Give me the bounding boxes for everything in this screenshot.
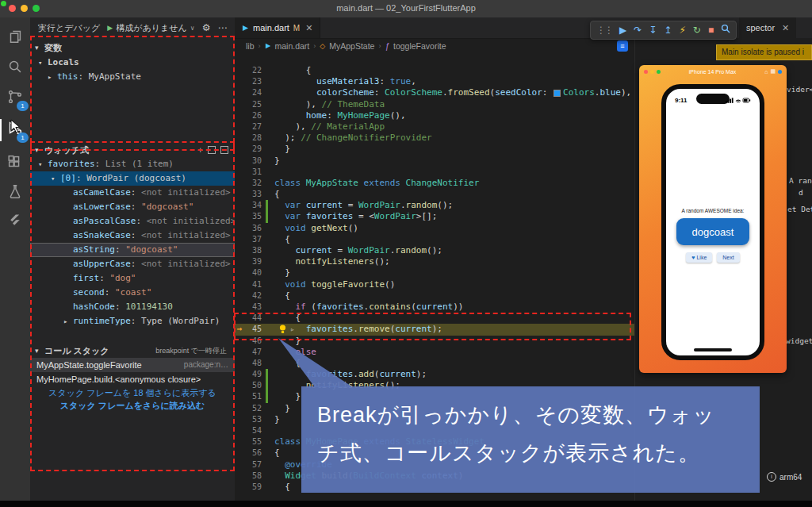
sidebar-item-search[interactable]	[0, 56, 30, 81]
step-out-icon[interactable]: ↥	[664, 21, 672, 39]
code-line-25[interactable]: 25 ), // ThemeData	[235, 99, 634, 110]
watch-item-runtimeType[interactable]: ▸runtimeType: Type (WordPair)	[30, 314, 235, 328]
close-tab-icon[interactable]: ✕	[782, 23, 789, 33]
widget-inspector-icon[interactable]	[721, 21, 730, 39]
tab-widget-inspector[interactable]: spector ✕	[739, 17, 796, 38]
callstack-section-header[interactable]: ▾ コール スタック breakpoint で一時停止	[30, 344, 235, 358]
maximize-window-button[interactable]	[657, 70, 661, 74]
like-button[interactable]: ♥Like	[686, 252, 712, 263]
code-line-29[interactable]: 29 }	[235, 144, 634, 155]
tab-main-dart[interactable]: main.dart M ✕	[235, 17, 320, 38]
step-over-icon[interactable]: ↷	[634, 21, 642, 39]
code-token: ();	[374, 256, 390, 267]
continue-icon[interactable]: ▶	[619, 21, 626, 39]
sidebar-item-source-control[interactable]: 1	[0, 86, 30, 111]
code-line-37[interactable]: 37 {	[235, 234, 634, 245]
code-line-49[interactable]: 49 favorites.add(current);	[235, 369, 634, 380]
variables-section-header[interactable]: ▾ 変数	[30, 40, 235, 55]
code-line-38[interactable]: 38 current = WordPair.random();	[235, 245, 634, 256]
code-line-31[interactable]: 31	[235, 167, 634, 178]
code-token: {	[274, 447, 280, 458]
code-line-34[interactable]: 34 var current = WordPair.random();	[235, 200, 634, 211]
code-line-40[interactable]: 40 }	[235, 267, 634, 278]
add-watch-icon[interactable]: +	[198, 145, 203, 155]
watch-item-second[interactable]: second: "coast"	[30, 286, 235, 300]
code-line-35[interactable]: 35 var favorites = <WordPair>[];	[235, 211, 634, 222]
code-line-22[interactable]: 22 {	[235, 65, 634, 76]
close-tab-icon[interactable]: ✕	[305, 23, 312, 33]
watch-item-asUpperCase[interactable]: asUpperCase: <not initialized>	[30, 257, 235, 271]
watch-item-asCamelCase[interactable]: asCamelCase: <not initialized>	[30, 186, 235, 200]
code-text: notifyListeners();	[274, 256, 390, 267]
drag-handle-icon[interactable]: ⋮⋮	[596, 21, 612, 39]
watch-item-favorites[interactable]: ▾favorites: List (1 item)	[30, 157, 235, 171]
watch-section-header[interactable]: ▾ ウォッチ式 +	[30, 143, 235, 157]
glyph-margin	[235, 369, 244, 380]
callstack-frame[interactable]: MyHomePage.build.<anonymous closure>	[30, 372, 235, 386]
next-button[interactable]: Next	[717, 252, 739, 263]
code-line-39[interactable]: 39 notifyListeners();	[235, 256, 634, 267]
watch-item-0[interactable]: ▾[0]: WordPair (dogcoast)	[30, 171, 235, 186]
glyph-margin	[235, 65, 244, 76]
remove-all-icon[interactable]	[220, 146, 228, 154]
watch-item-hashCode[interactable]: hashCode: 101194130	[30, 300, 235, 314]
sidebar-item-explorer[interactable]	[0, 25, 30, 51]
code-token: ();	[427, 245, 442, 255]
code-line-33[interactable]: 33{	[235, 189, 634, 200]
code-line-36[interactable]: 36 void getNext()	[235, 223, 634, 234]
load-more-frames-link[interactable]: スタック フレームを 18 個さらに表示する	[30, 386, 235, 399]
load-more-frames-link[interactable]: スタック フレームをさらに読み込む	[30, 399, 235, 412]
callstack-frame[interactable]: MyAppState.toggleFavoritepackage:n…	[30, 358, 235, 372]
code-line-23[interactable]: 23 useMaterial3: true,	[235, 76, 634, 87]
code-line-27[interactable]: 27 ), // MaterialApp	[235, 121, 634, 133]
this-variable-row[interactable]: ▸this: MyAppState	[30, 70, 235, 84]
code-line-41[interactable]: 41 void toggleFavorite()	[235, 279, 634, 290]
code-line-42[interactable]: 42 {	[235, 290, 634, 302]
grid-icon[interactable]: ▦	[770, 68, 776, 75]
watch-item-first[interactable]: first: "dog"	[30, 271, 235, 286]
hot-reload-icon[interactable]: ⚡	[679, 21, 685, 39]
code-token: .	[353, 369, 358, 379]
glyph-margin	[235, 313, 244, 324]
breadcrumb-item-method[interactable]: toggleFavorite	[393, 41, 446, 51]
watch-item-asLowerCase[interactable]: asLowerCase: "dogcoast"	[30, 200, 235, 214]
devtools-icon[interactable]: ≡	[617, 40, 628, 52]
locals-scope-row[interactable]: ▾Locals	[30, 56, 235, 70]
debug-config-select[interactable]: ▶ 構成がありません ∨	[107, 22, 194, 34]
code-text: {	[274, 189, 280, 200]
code-token: random	[395, 245, 427, 255]
stop-icon[interactable]: ■	[708, 21, 714, 39]
close-window-button[interactable]	[644, 70, 648, 74]
code-line-28[interactable]: 28 ); // ChangeNotifierProvider	[235, 133, 634, 144]
step-into-icon[interactable]: ↧	[649, 21, 657, 39]
sidebar-item-extensions[interactable]	[0, 151, 30, 176]
watch-item-asString[interactable]: asString: "dogcoast"	[30, 243, 235, 257]
more-actions-icon[interactable]: ⋯	[217, 22, 227, 33]
code-line-46[interactable]: 46 }	[235, 336, 634, 347]
gear-icon[interactable]: ⚙	[202, 22, 211, 33]
code-token: }	[274, 336, 301, 346]
line-number: 55	[244, 436, 266, 447]
restart-icon[interactable]: ↻	[693, 21, 701, 39]
code-line-43[interactable]: 43 if (favorites.contains(current))	[235, 302, 634, 313]
home-icon[interactable]: ⌂	[764, 69, 768, 75]
breadcrumb-item-class[interactable]: MyAppState	[329, 41, 374, 51]
sidebar-item-flutter[interactable]	[0, 209, 30, 235]
code-line-45[interactable]: →45 favorites.remove(current);▹	[235, 324, 634, 335]
minimize-window-button[interactable]	[650, 70, 654, 74]
phone-buttons: ♥Like Next	[666, 252, 760, 263]
collapse-all-icon[interactable]	[208, 146, 216, 154]
watch-item-asPascalCase[interactable]: asPascalCase: <not initialized>	[30, 214, 235, 229]
code-line-30[interactable]: 30}	[235, 156, 634, 167]
start-debug-icon[interactable]: ▶	[107, 24, 113, 32]
line-number: 25	[244, 99, 266, 110]
code-line-44[interactable]: 44 {	[235, 313, 634, 324]
breadcrumb-item-lib[interactable]: lib	[246, 41, 255, 51]
code-line-24[interactable]: 24 colorScheme: ColorScheme.fromSeed(see…	[235, 87, 634, 98]
breadcrumb-item-file[interactable]: main.dart	[275, 41, 310, 51]
code-line-26[interactable]: 26 home: MyHomePage(),	[235, 110, 634, 121]
code-token: // ThemeData	[322, 99, 385, 109]
watch-item-asSnakeCase[interactable]: asSnakeCase: <not initialized>	[30, 229, 235, 243]
sidebar-item-testing[interactable]	[0, 181, 30, 206]
code-line-32[interactable]: 32class MyAppState extends ChangeNotifie…	[235, 178, 634, 189]
